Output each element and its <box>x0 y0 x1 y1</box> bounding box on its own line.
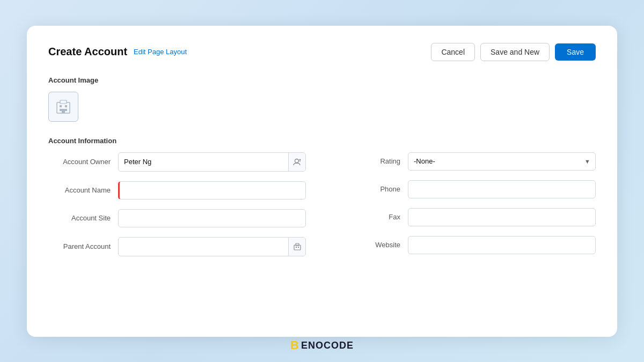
account-owner-input[interactable] <box>119 153 288 171</box>
rating-select-wrapper: -None- Hot Warm Cold ▼ <box>408 152 596 171</box>
account-owner-lookup-icon[interactable] <box>288 153 305 171</box>
svg-rect-12 <box>298 247 299 248</box>
parent-account-label: Parent Account <box>48 242 118 250</box>
svg-rect-5 <box>62 109 65 113</box>
svg-rect-4 <box>65 109 67 111</box>
edit-page-layout-link[interactable]: Edit Page Layout <box>134 48 187 56</box>
parent-account-row: Parent Account <box>48 237 306 256</box>
save-button[interactable]: Save <box>555 43 596 61</box>
account-image-section: Account Image <box>48 76 596 122</box>
account-image-placeholder[interactable] <box>48 92 78 122</box>
svg-rect-6 <box>60 100 67 104</box>
right-column: Rating -None- Hot Warm Cold ▼ Phone <box>338 152 596 266</box>
svg-rect-1 <box>60 105 62 107</box>
account-image-label: Account Image <box>48 76 596 84</box>
svg-rect-11 <box>296 247 297 248</box>
create-account-modal: Create Account Edit Page Layout Cancel S… <box>27 26 617 337</box>
rating-select[interactable]: -None- Hot Warm Cold <box>408 152 596 171</box>
fax-label: Fax <box>338 213 408 221</box>
phone-input[interactable] <box>408 180 596 198</box>
parent-account-lookup-icon[interactable] <box>288 238 305 256</box>
website-input[interactable] <box>408 236 596 254</box>
account-name-row: Account Name <box>48 181 306 200</box>
rating-label: Rating <box>338 157 408 165</box>
phone-label: Phone <box>338 185 408 193</box>
svg-point-7 <box>295 159 298 162</box>
brand-rest: ENOCODE <box>301 340 354 351</box>
rating-row: Rating -None- Hot Warm Cold ▼ <box>338 152 596 171</box>
parent-account-input-wrapper <box>118 237 306 256</box>
save-and-new-button[interactable]: Save and New <box>480 43 550 61</box>
modal-header: Create Account Edit Page Layout Cancel S… <box>48 43 596 61</box>
modal-title: Create Account <box>48 46 127 58</box>
account-name-input[interactable] <box>118 181 306 200</box>
account-name-label: Account Name <box>48 186 118 194</box>
account-site-input[interactable] <box>118 209 306 227</box>
account-site-row: Account Site <box>48 209 306 227</box>
account-owner-input-wrapper <box>118 152 306 172</box>
fax-row: Fax <box>338 208 596 226</box>
form-grid: Account Owner <box>48 152 596 266</box>
brand-prefix: B <box>290 338 299 352</box>
website-label: Website <box>338 241 408 249</box>
account-information-label: Account Information <box>48 137 596 145</box>
svg-rect-2 <box>65 105 67 107</box>
parent-account-input[interactable] <box>119 238 288 256</box>
website-row: Website <box>338 236 596 254</box>
account-owner-row: Account Owner <box>48 152 306 172</box>
fax-input[interactable] <box>408 208 596 226</box>
cancel-button[interactable]: Cancel <box>431 43 475 61</box>
account-owner-label: Account Owner <box>48 158 118 166</box>
title-area: Create Account Edit Page Layout <box>48 46 187 58</box>
account-site-label: Account Site <box>48 214 118 222</box>
left-column: Account Owner <box>48 152 306 266</box>
phone-row: Phone <box>338 180 596 198</box>
building-icon <box>55 98 72 115</box>
modal-actions: Cancel Save and New Save <box>431 43 596 61</box>
footer-brand: BENOCODE <box>290 338 354 352</box>
svg-point-8 <box>299 159 301 160</box>
account-information-section: Account Information Account Owner <box>48 137 596 266</box>
svg-rect-3 <box>60 109 62 111</box>
